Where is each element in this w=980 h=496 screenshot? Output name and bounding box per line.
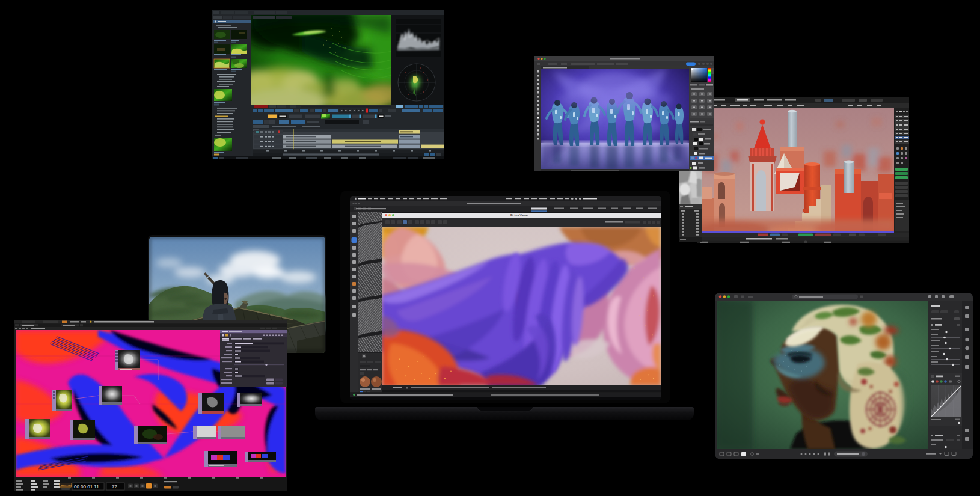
svg-text:00:00:01:11: 00:00:01:11 <box>74 484 99 489</box>
svg-text:72: 72 <box>112 484 117 489</box>
svg-text:Picture Viewer: Picture Viewer <box>510 214 528 217</box>
svg-text:RealTime: RealTime <box>61 484 72 487</box>
